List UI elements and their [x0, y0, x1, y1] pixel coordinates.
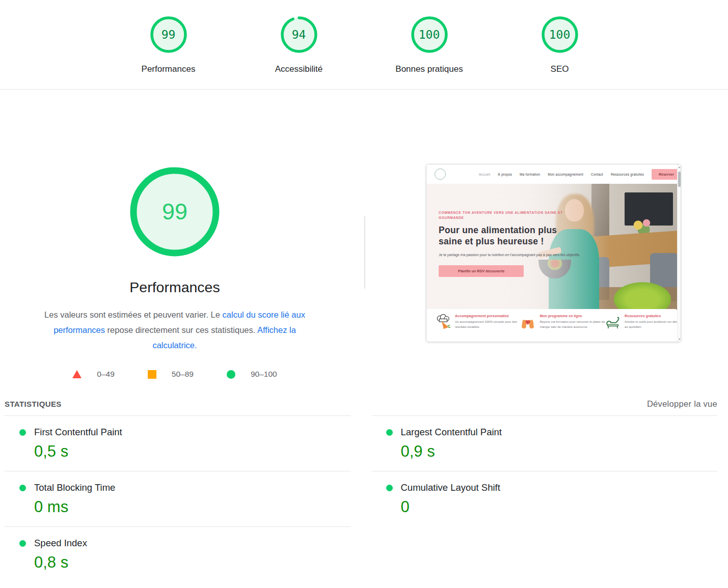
performance-description: Les valeurs sont estimées et peuvent var…	[34, 307, 315, 353]
legend-range-label: 90–100	[251, 370, 277, 379]
good-score-dot-icon	[386, 485, 393, 491]
score-value: 100	[411, 16, 448, 53]
performance-summary-column: 99 Performances Les valeurs sont estimée…	[32, 90, 317, 379]
score-gauge: 100	[411, 16, 448, 53]
dachshund-dog-icon	[605, 314, 621, 330]
thumb-nav-link: Accueil	[479, 173, 490, 176]
metric-largest-contentful-paint: Largest Contentful Paint 0,9 s	[371, 415, 718, 471]
performance-score-value: 99	[130, 167, 220, 257]
metric-value: 0	[401, 498, 718, 516]
good-score-dot-icon	[19, 540, 26, 547]
feature-card: Ressources gratuites Articles et outils …	[605, 314, 681, 330]
feature-card-text: Mon programme en ligne Rejoins ma format…	[540, 314, 606, 330]
score-range-legend: 0–49 50–89 90–100	[32, 370, 317, 379]
description-text: repose directement sur ces statistiques.	[105, 325, 257, 334]
hero-text-block: COMMENCE TON AVENTURE VERS UNE ALIMENTAT…	[439, 210, 594, 277]
hero-cta-button: Planifie un RDV découverte	[439, 265, 524, 277]
feature-card-text: Ressources gratuites Articles et outils …	[625, 314, 681, 330]
score-value: 100	[541, 16, 579, 53]
performance-section: 99 Performances Les valeurs sont estimée…	[0, 90, 728, 392]
red-triangle-icon	[72, 370, 82, 378]
performance-main-gauge: 99	[130, 167, 220, 257]
hero-title: Pour une alimentation plus saine et plus…	[439, 225, 566, 247]
scroll-up-arrow-icon: ▲	[678, 165, 681, 169]
thumb-nav-link: Contact	[591, 173, 603, 176]
score-gauge: 94	[280, 16, 318, 53]
legend-range-label: 0–49	[97, 370, 114, 379]
score-gauge: 99	[150, 16, 187, 53]
category-gauge-performances[interactable]: 99 Performances	[130, 16, 207, 74]
statistics-heading: STATISTIQUES	[5, 400, 62, 408]
category-summary-bar: 99 Performances 94 Accessibilité 100 Bon…	[0, 0, 728, 90]
feature-card-title: Mon programme en ligne	[540, 314, 606, 318]
hero-eyebrow: COMMENCE TON AVENTURE VERS UNE ALIMENTAT…	[439, 210, 586, 221]
feature-card-body: Un accompagnement 100% complet pour des …	[455, 320, 521, 330]
thumbnail-hero: COMMENCE TON AVENTURE VERS UNE ALIMENTAT…	[426, 184, 681, 310]
metric-name: Total Blocking Time	[34, 482, 115, 493]
feature-card-body: Articles et outils pour améliorer ton al…	[625, 320, 681, 330]
vertical-divider	[364, 216, 365, 289]
scrollbar-thumb	[678, 172, 681, 187]
description-text: Les valeurs sont estimées et peuvent var…	[44, 310, 222, 319]
legend-range-good: 90–100	[227, 370, 277, 379]
legend-range-average: 50–89	[148, 370, 194, 379]
score-gauge: 100	[541, 16, 579, 53]
thumb-nav-link: Ressources gratuites	[611, 173, 644, 176]
good-score-dot-icon	[19, 429, 26, 436]
thumbnail-feature-cards: Accompagnement personnalisé Un accompagn…	[426, 309, 677, 342]
metric-value: 0,8 s	[34, 553, 351, 572]
good-score-dot-icon	[386, 429, 393, 436]
orange-square-icon	[148, 370, 156, 379]
category-gauge-seo[interactable]: 100 SEO	[522, 16, 598, 74]
scroll-down-arrow-icon: ▼	[678, 338, 681, 341]
category-label: Bonnes pratiques	[395, 64, 463, 74]
metric-value: 0 ms	[34, 498, 351, 516]
page-screenshot-thumbnail[interactable]: Accueil À propos Ma formation Mon accomp…	[426, 164, 681, 342]
feature-card-title: Accompagnement personnalisé	[455, 314, 521, 318]
metric-name: Speed Index	[34, 538, 87, 549]
metric-value: 0,5 s	[34, 442, 351, 461]
green-circle-icon	[227, 370, 235, 379]
score-value: 99	[150, 16, 187, 53]
thumb-nav-link: Mon accompagnement	[548, 173, 583, 176]
category-label: Accessibilité	[275, 64, 323, 74]
metric-speed-index: Speed Index 0,8 s	[5, 526, 351, 582]
chef-hat-carrot-icon	[436, 314, 451, 330]
feature-card-text: Accompagnement personnalisé Un accompagn…	[455, 314, 521, 330]
legend-range-fail: 0–49	[72, 370, 114, 379]
statistics-section: STATISTIQUES Développer la vue First Con…	[0, 392, 728, 582]
category-gauge-bonnes-pratiques[interactable]: 100 Bonnes pratiques	[391, 16, 468, 74]
feature-card: Accompagnement personnalisé Un accompagn…	[436, 314, 512, 330]
metric-name: Largest Contentful Paint	[401, 427, 502, 438]
score-value: 94	[280, 16, 318, 53]
metric-name: First Contentful Paint	[34, 427, 122, 438]
metric-value: 0,9 s	[401, 442, 718, 461]
thumbnail-navbar: Accueil À propos Ma formation Mon accomp…	[426, 164, 681, 184]
feature-card: Mon programme en ligne Rejoins ma format…	[520, 314, 597, 330]
statistics-header: STATISTIQUES Développer la vue	[5, 392, 717, 415]
category-label: SEO	[551, 64, 569, 74]
category-label: Performances	[142, 64, 196, 74]
legend-range-label: 50–89	[172, 370, 194, 379]
hero-subtitle: Je te partage ma passion pour la nutriti…	[439, 252, 591, 258]
metric-first-contentful-paint: First Contentful Paint 0,5 s	[5, 415, 351, 471]
thumb-nav-link: À propos	[498, 173, 512, 176]
thumbnail-scrollbar: ▲ ▼	[677, 164, 681, 342]
thumb-nav-link: Ma formation	[520, 173, 540, 176]
category-gauge-accessibilite[interactable]: 94 Accessibilité	[261, 16, 337, 74]
hands-heart-icon	[520, 314, 535, 330]
feature-card-body: Rejoins ma formation pour retrouver le p…	[540, 320, 606, 330]
metric-total-blocking-time: Total Blocking Time 0 ms	[5, 471, 351, 526]
metric-cumulative-layout-shift: Cumulative Layout Shift 0	[371, 471, 718, 526]
metric-name: Cumulative Layout Shift	[401, 482, 500, 493]
expand-view-button[interactable]: Développer la vue	[647, 399, 717, 409]
metric-empty-cell	[371, 526, 718, 582]
feature-card-title: Ressources gratuites	[625, 314, 681, 318]
metrics-grid: First Contentful Paint 0,5 s Largest Con…	[5, 415, 717, 582]
site-logo	[435, 169, 446, 180]
good-score-dot-icon	[19, 485, 26, 491]
performance-title: Performances	[32, 279, 317, 296]
